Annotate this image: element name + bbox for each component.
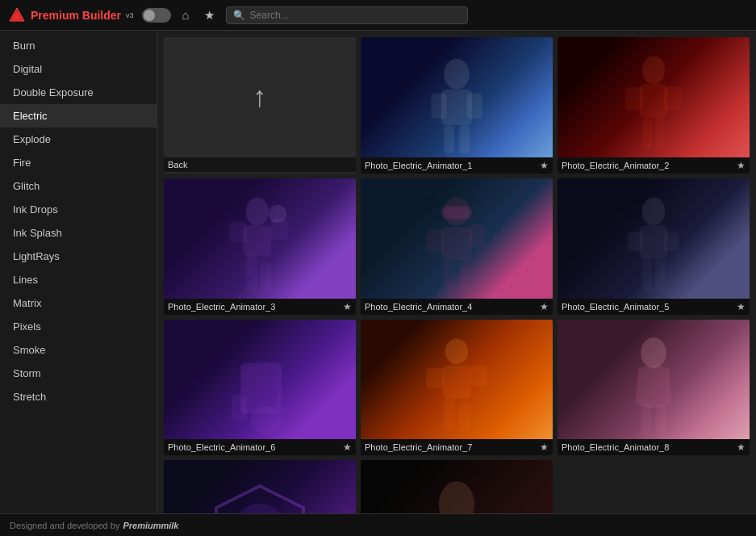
svg-rect-11 [664, 87, 682, 110]
grid-item-label: Photo_Electric_Animator_7 ★ [361, 439, 553, 455]
favorite-icon[interactable]: ★ [343, 442, 352, 453]
star-icon: ★ [204, 8, 215, 22]
content-grid: ↑ Back Photo_Electric_Animator_1 ★ Photo… [164, 37, 750, 513]
favorite-icon[interactable]: ★ [540, 301, 549, 312]
sidebar-item-digital[interactable]: Digital [0, 57, 157, 81]
grid-item-name: Photo_Electric_Animator_7 [365, 442, 472, 452]
sidebar-item-burn[interactable]: Burn [0, 34, 157, 57]
grid-item-label: Photo_Electric_Animator_3 ★ [164, 299, 356, 315]
favorite-icon[interactable]: ★ [343, 301, 352, 312]
footer-text: Designed and developed by [10, 521, 119, 530]
svg-rect-13 [655, 118, 666, 150]
silhouette [596, 196, 712, 298]
grid-item-Photo_Electric_Animator_10[interactable]: Photo_Electric_Animator_10 ★ [361, 460, 553, 513]
grid-item-name: Photo_Electric_Animator_4 [365, 302, 472, 312]
grid-item-label: Photo_Electric_Animator_5 ★ [558, 299, 750, 315]
sidebar-item-pixels[interactable]: Pixels [0, 315, 157, 338]
sidebar-item-lines[interactable]: Lines [0, 268, 157, 291]
main-layout: BurnDigitalDouble ExposureElectricExplod… [0, 31, 756, 513]
svg-rect-5 [467, 94, 482, 119]
svg-rect-26 [444, 260, 454, 293]
svg-rect-10 [625, 87, 643, 110]
grid-item-Photo_Electric_Animator_9[interactable]: CHAMPIONS Photo_Electric_Animator_9 ★ [164, 460, 356, 513]
sidebar-item-double-exposure[interactable]: Double Exposure [0, 81, 157, 104]
svg-rect-16 [229, 222, 247, 242]
grid-item-Photo_Electric_Animator_2[interactable]: Photo_Electric_Animator_2 ★ [558, 37, 750, 174]
svg-rect-30 [628, 232, 643, 251]
content-area: ↑ Back Photo_Electric_Animator_1 ★ Photo… [157, 31, 756, 513]
sidebar: BurnDigitalDouble ExposureElectricExplod… [0, 31, 157, 513]
svg-rect-45 [641, 404, 651, 437]
app-header: Premium Builder v3 ⌂ ★ 🔍 [0, 0, 756, 31]
back-text: Back [168, 160, 187, 170]
grid-thumbnail [558, 178, 750, 299]
grid-item-label: Photo_Electric_Animator_6 ★ [164, 439, 356, 455]
sidebar-item-stretch[interactable]: Stretch [0, 385, 157, 408]
grid-item-Photo_Electric_Animator_3[interactable]: Photo_Electric_Animator_3 ★ [164, 178, 356, 315]
grid-thumbnail: CHAMPIONS [164, 460, 356, 513]
favorite-icon[interactable]: ★ [737, 442, 746, 453]
grid-item-Photo_Electric_Animator_7[interactable]: Photo_Electric_Animator_7 ★ [361, 320, 553, 456]
svg-rect-46 [656, 404, 666, 437]
grid-item-label: Photo_Electric_Animator_8 ★ [558, 439, 750, 455]
svg-point-28 [642, 198, 665, 226]
sidebar-item-fire[interactable]: Fire [0, 151, 157, 174]
grid-item-name: Photo_Electric_Animator_1 [365, 161, 472, 170]
toggle-button[interactable] [142, 8, 171, 23]
sidebar-item-explode[interactable]: Explode [0, 128, 157, 151]
sidebar-item-electric[interactable]: Electric [0, 104, 157, 128]
home-icon: ⌂ [182, 8, 190, 22]
svg-rect-41 [470, 366, 487, 386]
back-button[interactable]: ↑ Back [164, 37, 356, 174]
grid-thumbnail [558, 320, 750, 440]
svg-point-20 [269, 205, 286, 223]
svg-point-36 [251, 406, 282, 434]
sidebar-item-glitch[interactable]: Glitch [0, 174, 157, 198]
grid-item-name: Photo_Electric_Animator_5 [562, 302, 669, 312]
silhouette [399, 55, 515, 157]
svg-point-44 [641, 337, 666, 368]
favorite-icon[interactable]: ★ [540, 160, 549, 171]
grid-item-label: Photo_Electric_Animator_1 ★ [361, 157, 553, 174]
grid-item-Photo_Electric_Animator_5[interactable]: Photo_Electric_Animator_5 ★ [558, 178, 750, 315]
search-input[interactable] [250, 10, 461, 21]
svg-rect-9 [640, 85, 668, 118]
grid-item-Photo_Electric_Animator_4[interactable]: Photo_Electric_Animator_4 ★ [361, 178, 553, 315]
grid-thumbnail [361, 320, 553, 440]
svg-rect-7 [459, 125, 470, 153]
svg-rect-42 [444, 399, 455, 432]
search-icon: 🔍 [233, 10, 245, 21]
grid-item-name: Photo_Electric_Animator_6 [168, 442, 275, 452]
footer: Designed and developed by Premiummilk [0, 513, 756, 536]
back-thumbnail: ↑ [164, 37, 356, 157]
favorite-icon[interactable]: ★ [737, 160, 746, 171]
silhouette [596, 337, 712, 439]
silhouette [203, 196, 318, 298]
sidebar-item-ink-splash[interactable]: Ink Splash [0, 221, 157, 245]
sidebar-item-ink-drops[interactable]: Ink Drops [0, 198, 157, 221]
grid-item-name: Photo_Electric_Animator_2 [562, 161, 669, 170]
back-arrow-icon: ↑ [253, 80, 267, 114]
grid-thumbnail [361, 460, 553, 513]
grid-item-Photo_Electric_Animator_8[interactable]: Photo_Electric_Animator_8 ★ [558, 320, 750, 456]
grid-item-Photo_Electric_Animator_1[interactable]: Photo_Electric_Animator_1 ★ [361, 37, 553, 174]
sidebar-item-lightrays[interactable]: LightRays [0, 245, 157, 268]
favorites-button[interactable]: ★ [201, 6, 218, 24]
svg-rect-25 [470, 224, 485, 247]
home-button[interactable]: ⌂ [179, 6, 193, 23]
grid-thumbnail [164, 320, 356, 440]
grid-item-name: Photo_Electric_Animator_8 [562, 442, 669, 452]
svg-point-14 [246, 198, 269, 226]
silhouette [399, 337, 515, 439]
svg-rect-40 [426, 368, 444, 388]
silhouette: CHAMPIONS [203, 479, 318, 513]
grid-item-Photo_Electric_Animator_6[interactable]: Photo_Electric_Animator_6 ★ [164, 320, 356, 456]
favorite-icon[interactable]: ★ [737, 301, 746, 312]
favorite-icon[interactable]: ★ [540, 442, 549, 453]
sidebar-item-smoke[interactable]: Smoke [0, 338, 157, 362]
sidebar-item-matrix[interactable]: Matrix [0, 291, 157, 315]
grid-item-label: Photo_Electric_Animator_2 ★ [558, 157, 750, 174]
silhouette [203, 337, 318, 439]
sidebar-item-storm[interactable]: Storm [0, 362, 157, 385]
svg-point-38 [445, 338, 468, 364]
